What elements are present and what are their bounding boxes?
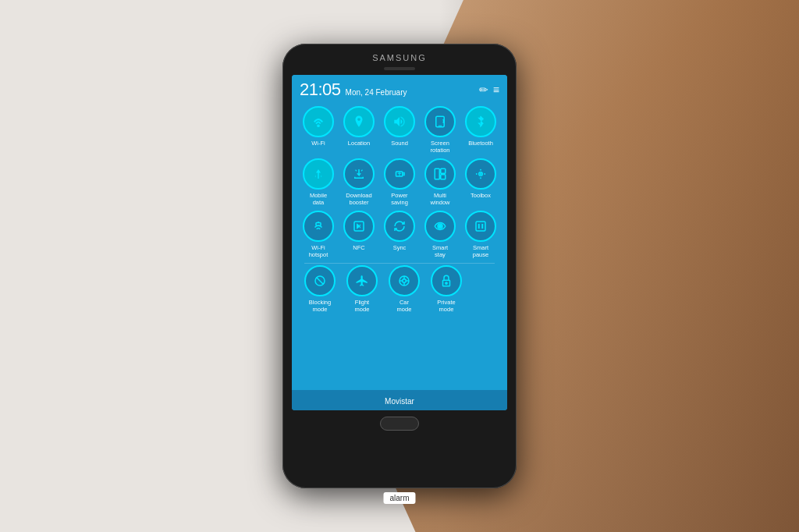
sound-label: Sound — [391, 140, 408, 147]
qs-row-2: Mobile data — [298, 158, 501, 206]
status-icons: ✏ ≡ — [479, 83, 499, 96]
svg-rect-16 — [476, 222, 485, 231]
multi-window-icon — [424, 158, 456, 190]
menu-icon[interactable]: ≡ — [493, 83, 499, 96]
qs-mobile-data[interactable]: Mobile data — [300, 158, 337, 206]
sync-icon — [384, 211, 415, 242]
smart-pause-label: Smart pause — [473, 244, 488, 258]
carrier-name: Movistar — [385, 397, 414, 406]
qs-blocking-mode[interactable]: Blocking mode — [301, 265, 339, 313]
svg-rect-5 — [441, 175, 446, 179]
qs-flight-mode[interactable]: Flight mode — [343, 265, 381, 313]
location-label: Location — [348, 140, 370, 147]
location-icon — [343, 106, 375, 137]
qs-row-1: Wi-Fi Location — [298, 106, 501, 154]
quick-settings-panel: Wi-Fi Location — [292, 103, 507, 390]
qs-download-booster[interactable]: Download booster — [340, 158, 378, 206]
flight-mode-label: Flight mode — [355, 299, 370, 313]
car-mode-label: Car mode — [397, 299, 412, 313]
qs-screen-rotation[interactable]: Screen rotation — [421, 106, 459, 154]
status-bar: 21:05 Mon, 24 February ✏ ≡ — [292, 75, 507, 103]
download-booster-label: Download booster — [346, 192, 371, 206]
mobile-data-label: Mobile data — [310, 192, 327, 206]
home-button[interactable] — [380, 417, 419, 431]
phone-wrapper: SAMSUNG 21:05 Mon, 24 February ✏ ≡ — [282, 44, 517, 488]
blocking-mode-label: Blocking mode — [309, 299, 331, 313]
phone-screen: 21:05 Mon, 24 February ✏ ≡ — [292, 75, 507, 410]
nfc-label: NFC — [353, 244, 364, 251]
separator — [304, 263, 495, 264]
edit-icon[interactable]: ✏ — [479, 83, 488, 96]
smart-stay-icon — [424, 211, 456, 242]
smart-pause-icon — [465, 211, 496, 242]
screen-rotation-label: Screen rotation — [430, 140, 449, 154]
qs-wifi-hotspot[interactable]: Wi-Fi hotspot — [300, 211, 337, 258]
sound-icon — [384, 106, 415, 137]
qs-private-mode[interactable]: Private mode — [428, 265, 465, 313]
qs-bluetooth[interactable]: Bluetooth — [462, 106, 499, 154]
svg-rect-12 — [316, 223, 321, 226]
svg-point-22 — [403, 279, 407, 283]
svg-point-0 — [318, 125, 319, 126]
qs-power-saving[interactable]: Power saving — [381, 158, 418, 206]
carrier-bar: Movistar — [292, 390, 507, 410]
clock-time: 21:05 — [300, 80, 341, 100]
svg-point-7 — [480, 173, 481, 175]
svg-point-9 — [480, 177, 481, 179]
qs-smart-stay[interactable]: Smart stay — [421, 211, 459, 258]
qs-row-4: Blocking mode Flight mode — [298, 265, 501, 313]
download-booster-icon — [343, 158, 375, 190]
qs-multi-window[interactable]: Multi window — [421, 158, 459, 206]
bluetooth-icon — [465, 106, 496, 137]
qs-car-mode[interactable]: Car mode — [385, 265, 423, 313]
multi-window-label: Multi window — [430, 192, 449, 206]
qs-sound[interactable]: Sound — [381, 106, 418, 154]
private-mode-icon — [431, 265, 462, 296]
alarm-tag: alarm — [383, 492, 415, 504]
wifi-hotspot-icon — [303, 211, 334, 242]
bluetooth-label: Bluetooth — [468, 140, 493, 147]
wifi-hotspot-label: Wi-Fi hotspot — [309, 244, 328, 258]
svg-line-20 — [317, 278, 324, 285]
power-saving-label: Power saving — [391, 192, 408, 206]
qs-wifi[interactable]: Wi-Fi — [300, 106, 337, 154]
toolbox-label: Toolbox — [471, 192, 491, 199]
clock-date: Mon, 24 February — [346, 88, 407, 97]
svg-point-15 — [439, 225, 442, 228]
phone-device: SAMSUNG 21:05 Mon, 24 February ✏ ≡ — [282, 44, 517, 488]
svg-point-11 — [484, 173, 485, 175]
svg-point-10 — [476, 173, 478, 175]
wifi-icon — [303, 106, 334, 137]
car-mode-icon — [389, 265, 420, 296]
bottom-area — [380, 417, 419, 431]
mobile-data-icon — [303, 158, 334, 190]
svg-rect-4 — [441, 168, 446, 173]
power-saving-icon — [384, 158, 415, 190]
nfc-icon — [343, 211, 375, 242]
sync-label: Sync — [393, 244, 407, 251]
blocking-mode-icon — [304, 265, 336, 296]
smart-stay-label: Smart stay — [432, 244, 448, 258]
samsung-brand: SAMSUNG — [372, 53, 427, 62]
qs-toolbox[interactable]: Toolbox — [462, 158, 499, 206]
qs-location[interactable]: Location — [340, 106, 378, 154]
svg-point-28 — [446, 282, 447, 284]
screen-rotation-icon — [424, 106, 456, 137]
qs-smart-pause[interactable]: Smart pause — [462, 211, 499, 258]
wifi-label: Wi-Fi — [311, 140, 325, 147]
qs-sync[interactable]: Sync — [381, 211, 418, 258]
speaker — [384, 67, 415, 70]
flight-mode-icon — [346, 265, 378, 296]
private-mode-label: Private mode — [437, 299, 455, 313]
toolbox-icon — [465, 158, 496, 190]
qs-row-3: Wi-Fi hotspot NFC — [298, 211, 501, 258]
qs-nfc[interactable]: NFC — [340, 211, 378, 258]
svg-point-8 — [480, 169, 481, 171]
svg-rect-3 — [435, 168, 439, 179]
